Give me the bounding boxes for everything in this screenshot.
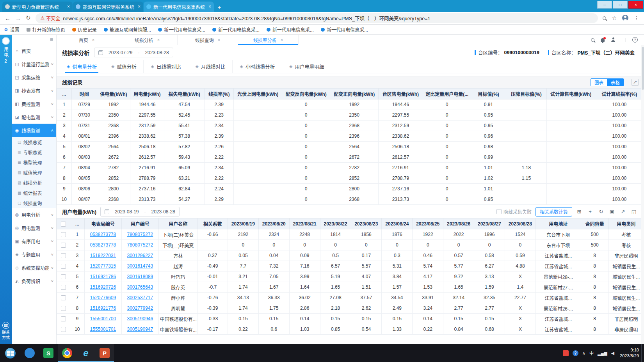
maximize-button[interactable]: □	[613, 1, 628, 9]
refresh-icon[interactable]: ↻	[598, 209, 604, 215]
minimize-button[interactable]: ─	[597, 1, 612, 9]
fullscreen-icon[interactable]	[622, 38, 626, 42]
row-checkbox[interactable]	[61, 316, 66, 321]
user-no-link[interactable]: 3002779942	[127, 305, 153, 311]
analysis-tab[interactable]: ◈赋值分析	[104, 60, 144, 73]
analysis-tab[interactable]: ◈小时线损分析	[233, 60, 282, 73]
user-no-link[interactable]: 3005190947	[127, 327, 153, 332]
user-table-row[interactable]: 615169207263001765643殷存英-0.71.741.671.64…	[57, 282, 644, 293]
user-table-row[interactable]: 315192270313001296227方林0.370.050.040.090…	[57, 250, 644, 261]
save-icon[interactable]: ▣	[609, 209, 615, 215]
sidebar-item[interactable]: ◭负荷辨识∨	[12, 274, 56, 287]
row-checkbox[interactable]	[61, 306, 66, 311]
loss-table-row[interactable]: 207/3023502297.5552.452.23023502297.5500…	[57, 110, 644, 121]
browser-tab[interactable]: 能源互联网营销服务系统×	[73, 2, 143, 12]
analysis-tab[interactable]: ◈用户电量明细	[282, 60, 331, 73]
taskbar-app-chrome[interactable]	[58, 344, 76, 362]
analysis-tab[interactable]: ◈日线损对比	[144, 60, 188, 73]
loss-table-row[interactable]: 508/0225642506.1857.822.26025642506.1800…	[57, 142, 644, 152]
row-checkbox[interactable]	[61, 264, 66, 269]
user-no-link[interactable]: 3005190946	[127, 316, 153, 321]
fullscreen-icon[interactable]: ◱	[631, 209, 637, 215]
security-warning[interactable]: ⚠ 不安全	[41, 15, 60, 21]
url-field[interactable]: ⚠ 不安全 neweic.js.sgcc.com.cn/#/llm/line/L…	[36, 13, 598, 23]
bookmark-item[interactable]: 打开新的标签页	[27, 26, 65, 33]
loss-table-row[interactable]: 107/2919921944.4647.542.39019921944.4600…	[57, 99, 644, 110]
search-icon[interactable]	[591, 38, 594, 42]
volume-icon[interactable]: ◀	[611, 351, 614, 356]
sidebar-item[interactable]: ◈专题应用∨	[12, 248, 56, 261]
scrollbar-thumb[interactable]	[642, 47, 644, 90]
sidebar-item[interactable]: ◳采集运维∨	[12, 71, 56, 84]
sidebar-item[interactable]: ◧费控监测∨	[12, 97, 56, 110]
workspace-tab[interactable]: 线损率分析×	[238, 35, 299, 45]
report-date-range[interactable]: 2023-07-29 - 2023-08-28	[94, 48, 173, 57]
bookmark-item[interactable]: 能源互联网营销服...	[104, 26, 151, 33]
user-no-link[interactable]: 7808075272	[127, 242, 153, 248]
sidebar-item[interactable]: ◪配电监测∨	[12, 110, 56, 124]
help-icon[interactable]: ?	[632, 37, 638, 43]
row-checkbox[interactable]	[61, 327, 66, 332]
tab-close-icon[interactable]: ×	[208, 4, 211, 9]
show-desktop-button[interactable]	[641, 344, 644, 362]
reload-icon[interactable]: ↻	[26, 14, 31, 21]
new-tab-button[interactable]: +	[214, 2, 224, 12]
user-no-link[interactable]: 3002537717	[127, 295, 153, 300]
sidebar-collapse-icon[interactable]: ≡	[50, 36, 53, 43]
sidebar-item[interactable]: ⌂首页	[12, 44, 56, 57]
sidebar-item[interactable]: ▣有序用电∨	[12, 234, 56, 248]
hide-failed-toggle[interactable]: 隐藏采集失败	[496, 208, 532, 215]
hide-failed-checkbox[interactable]	[496, 209, 502, 214]
taskbar-app-powerpoint[interactable]: P	[95, 344, 114, 362]
row-checkbox[interactable]	[61, 253, 66, 258]
taskbar-app-blue-browser[interactable]	[20, 344, 39, 362]
notifications-bell-icon[interactable]	[601, 38, 605, 42]
taskbar-app-ie[interactable]: e	[76, 344, 95, 362]
tab-close-icon[interactable]: ×	[138, 4, 141, 9]
sidebar-item[interactable]: ◎用电监测∨	[12, 221, 56, 234]
bookmark-item[interactable]: 新一代用电信息采...	[212, 26, 260, 33]
close-button[interactable]: ×	[628, 1, 643, 9]
loss-table-row[interactable]: 708/0427822716.9165.092.34027822716.9101…	[57, 163, 644, 173]
start-button[interactable]	[0, 344, 20, 362]
loss-table-row[interactable]: 1008/0723682313.7354.272.29023682313.730…	[57, 194, 644, 205]
workspace-tab[interactable]: 线损分析×	[117, 35, 178, 45]
user-no-link[interactable]: 7808075272	[127, 232, 153, 237]
meter-no-link[interactable]: 0538273778	[90, 232, 116, 237]
tab-close-icon[interactable]: ×	[92, 37, 94, 42]
loss-table-row[interactable]: 908/0628002737.1662.842.24028002737.1601…	[57, 184, 644, 194]
row-checkbox[interactable]	[61, 232, 66, 237]
user-table-row[interactable]: 205382737787808075272下坝(二)环美变0000000000东…	[57, 240, 644, 250]
correlation-calc-button[interactable]: 相关系数计算	[535, 207, 572, 216]
bookmark-item[interactable]: 新一代用电信息采...	[321, 26, 368, 33]
workspace-tab[interactable]: 线损查询×	[178, 35, 238, 45]
meter-no-link[interactable]: 1519227031	[90, 253, 116, 258]
analysis-tab[interactable]: ◈供电量分析	[60, 60, 104, 73]
loss-table-row[interactable]: 808/0528522788.7963.212.22028522788.7901…	[57, 173, 644, 184]
sidebar-subitem[interactable]: ▤线损总览	[12, 137, 56, 147]
user-table-row[interactable]: 105382737787808075272下坝(二)环美变-0.66219223…	[57, 229, 644, 240]
sidebar-subitem[interactable]: ▩统计报表	[12, 188, 56, 198]
user-table-row[interactable]: 1015550017013005190947中国铁塔股份有...-0.170.2…	[57, 324, 644, 335]
user-no-link[interactable]: 3001296227	[127, 253, 153, 258]
meter-no-link[interactable]: 1516921776	[90, 305, 116, 311]
sidebar-item[interactable]: ◫计量运行监测∨	[12, 57, 56, 71]
select-all-checkbox[interactable]	[61, 222, 66, 227]
chart-view-button[interactable]: 图表	[591, 78, 607, 86]
user-no-link[interactable]: 3001618089	[127, 274, 153, 279]
network-icon[interactable]: ▂▄▆	[598, 351, 607, 356]
loss-table-row[interactable]: 408/0123962338.6257.382.39023962338.6200…	[57, 131, 644, 142]
forward-icon[interactable]: →	[15, 15, 21, 21]
row-checkbox[interactable]	[61, 295, 66, 300]
analysis-tab[interactable]: ◈月线损对比	[188, 60, 233, 73]
bookmark-star-icon[interactable]: ☆	[612, 15, 617, 21]
tab-close-icon[interactable]: ×	[281, 37, 283, 42]
sidebar-subitem[interactable]: ▥专职总览	[12, 147, 56, 157]
browser-tab[interactable]: 新型电力负荷管理系统×	[2, 2, 73, 12]
loss-table-row[interactable]: 307/3123682312.5955.412.34023682312.5900…	[57, 121, 644, 131]
table-view-button[interactable]: 表格	[607, 78, 624, 86]
user-table-row[interactable]: 915550017003005190946中国铁塔股份有...-0.330.15…	[57, 314, 644, 324]
taskbar-app-wps[interactable]: S	[39, 344, 58, 362]
tab-close-icon[interactable]: ×	[218, 37, 220, 42]
meter-no-link[interactable]: 1520777315	[90, 263, 116, 269]
